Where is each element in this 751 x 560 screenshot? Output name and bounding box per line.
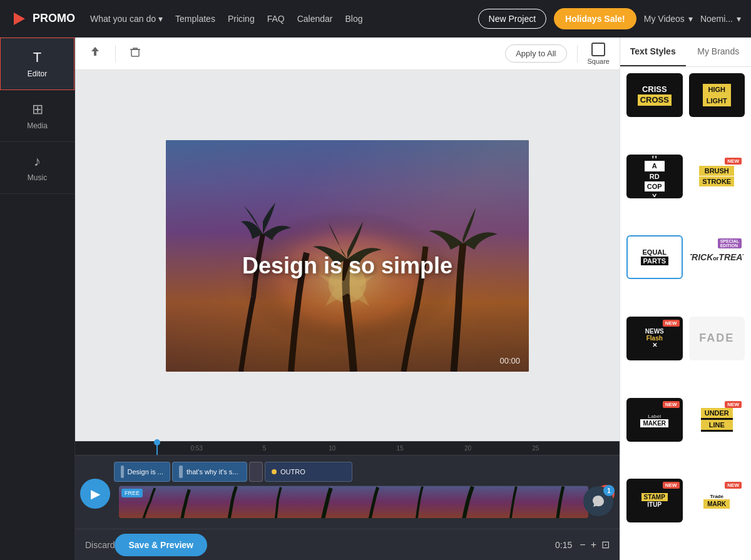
left-sidebar: T Editor ⊞ Media ♪ Music [0, 38, 75, 560]
clip-thats-why[interactable]: that's why it's s... [172, 462, 247, 482]
clip-dot [272, 469, 277, 474]
ruler-mark-25: 25 [502, 445, 570, 452]
apply-all-button[interactable]: Apply to All [505, 44, 566, 63]
logo-text: PROMO [33, 12, 75, 25]
save-preview-button[interactable]: Save & Preview [115, 534, 207, 556]
nav-what-you-can-do[interactable]: What you can do ▾ [90, 14, 163, 24]
style-under-line[interactable]: NEW UNDERLINE [689, 398, 745, 442]
clip-empty[interactable] [249, 462, 263, 482]
upload-button[interactable] [85, 42, 105, 65]
delete-button[interactable] [126, 43, 145, 64]
my-videos-menu[interactable]: My Videos ▾ [644, 14, 693, 24]
style-equal-parts[interactable]: EQUALPARTS [626, 235, 683, 279]
top-navigation: PROMO What you can do ▾ Templates Pricin… [0, 0, 751, 38]
sidebar-item-media[interactable]: ⊞ Media [0, 90, 74, 142]
clip-outro[interactable]: OUTRO [265, 462, 352, 482]
chevron-down-icon: ▾ [688, 14, 693, 24]
sidebar-item-editor[interactable]: T Editor [0, 38, 74, 90]
video-canvas[interactable]: Design is so simple 00:00 [166, 140, 529, 372]
nav-blog[interactable]: Blog [345, 14, 363, 24]
style-label-maker-label: LabelMAKER [640, 412, 668, 427]
style-hard-copy[interactable]: HARDCOPY [626, 155, 683, 198]
sidebar-label-editor: Editor [28, 69, 47, 78]
new-badge-brush: NEW [725, 158, 742, 165]
style-criss-cross-label: CRISSCROSS [638, 84, 672, 105]
style-trade-mark[interactable]: NEW TradeMARK [689, 479, 745, 522]
zoom-controls: − + ⊡ [580, 539, 610, 551]
zoom-fit-button[interactable]: ⊡ [601, 539, 610, 551]
timeline-ruler: 0:53 5 10 15 20 25 [75, 442, 620, 456]
canvas-main-text: Design is so simple [242, 253, 452, 279]
style-stamp-label: STAMPITUP [641, 493, 668, 508]
chevron-down-icon: ▾ [737, 14, 741, 24]
toolbar: Apply to All Square [75, 38, 620, 70]
new-badge-stamp: NEW [663, 482, 680, 489]
chevron-down-icon: ▾ [158, 14, 163, 24]
styles-grid: CRISSCROSS HIGHLIGHT HARDCOPY NEW BRUSHS… [620, 67, 751, 560]
svg-rect-1 [131, 49, 139, 56]
style-fade[interactable]: FADE [689, 317, 745, 360]
timeline-playhead[interactable] [156, 442, 158, 455]
new-badge-news: NEW [663, 320, 680, 327]
style-trick-treat[interactable]: SPECIALEDITION TRICKorTREAT [689, 235, 745, 279]
main-layout: T Editor ⊞ Media ♪ Music Apply to All [0, 38, 751, 560]
play-button[interactable]: ▶ [80, 479, 110, 509]
video-timestamp: 00:00 [499, 356, 520, 365]
zoom-in-button[interactable]: + [591, 539, 596, 551]
svg-marker-0 [14, 13, 25, 25]
sidebar-label-music: Music [28, 173, 47, 182]
clip-design-is[interactable]: Design is ... [114, 462, 170, 482]
square-button[interactable]: Square [588, 43, 610, 65]
style-high-light[interactable]: HIGHLIGHT [689, 73, 745, 117]
ruler-marks: 0:53 5 10 15 20 25 [163, 445, 570, 452]
free-badge: FREE [121, 489, 143, 497]
new-project-button[interactable]: New Project [478, 9, 546, 29]
nav-calendar[interactable]: Calendar [297, 14, 333, 24]
new-badge-trademark: NEW [725, 482, 742, 489]
thumb-strip-inner [119, 486, 588, 518]
holiday-sale-button[interactable]: Holidays Sale! [554, 8, 636, 29]
nav-pricing[interactable]: Pricing [228, 14, 255, 24]
center-area: Apply to All Square [75, 38, 620, 560]
clip-handle-2 [179, 466, 183, 478]
style-criss-cross[interactable]: CRISSCROSS [626, 73, 683, 117]
canvas-area: Design is so simple 00:00 [75, 70, 620, 441]
chat-icon [591, 494, 605, 508]
discard-button[interactable]: Discard [85, 540, 115, 550]
style-label-maker[interactable]: NEW LabelMAKER [626, 398, 683, 442]
logo[interactable]: PROMO [10, 10, 75, 28]
style-brush-stroke[interactable]: NEW BRUSHSTROKE [689, 155, 745, 198]
style-news-flash-label: NEWSFlash ✕ [645, 328, 664, 349]
tab-my-brands[interactable]: My Brands [686, 38, 752, 66]
new-badge-label: NEW [663, 401, 680, 408]
thumbnail-strip[interactable]: FREE [119, 486, 588, 518]
chat-widget[interactable]: 1 [583, 486, 613, 516]
bottom-bar: Discard Save & Preview 0:15 − + ⊡ [75, 529, 620, 560]
nav-faq[interactable]: FAQ [267, 14, 285, 24]
style-under-line-label: UNDERLINE [701, 408, 733, 432]
new-badge-underline: NEW [725, 401, 742, 408]
right-panel: Text Styles My Brands CRISSCROSS HIGHLIG… [620, 38, 751, 560]
panel-tabs: Text Styles My Brands [620, 38, 751, 67]
ruler-mark-20: 20 [434, 445, 501, 452]
style-hard-copy-label: HARDCOPY [645, 155, 665, 198]
clip-label-outro: OUTRO [280, 468, 305, 476]
toolbar-divider-1 [115, 45, 116, 63]
square-icon [591, 43, 605, 56]
thumbnail-content [119, 486, 588, 518]
track-row-text: Design is ... that's why it's s... OUTRO [114, 461, 593, 483]
duration-display: 0:15 [555, 540, 572, 550]
style-brush-label: BRUSHSTROKE [699, 165, 734, 187]
nav-templates[interactable]: Templates [175, 14, 215, 24]
tab-text-styles[interactable]: Text Styles [620, 38, 686, 66]
sidebar-item-music[interactable]: ♪ Music [0, 142, 74, 194]
user-menu[interactable]: Noemi... ▾ [700, 14, 741, 24]
nav-links: What you can do ▾ Templates Pricing FAQ … [90, 14, 363, 24]
upload-icon [89, 46, 101, 58]
zoom-out-button[interactable]: − [580, 539, 585, 551]
style-stamp-it[interactable]: NEW STAMPITUP [626, 479, 683, 522]
media-icon: ⊞ [32, 101, 43, 118]
style-equal-parts-label: EQUALPARTS [640, 248, 669, 266]
ruler-mark-5: 5 [230, 445, 298, 452]
style-news-flash[interactable]: NEW NEWSFlash ✕ [626, 317, 683, 360]
